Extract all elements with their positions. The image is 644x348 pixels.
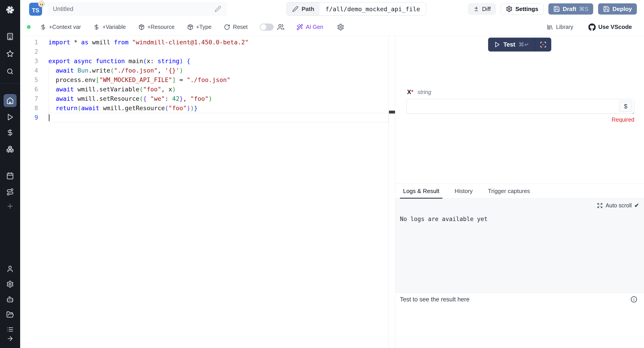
draft-label: Draft	[563, 6, 576, 12]
diff-button[interactable]: Diff	[468, 3, 496, 14]
code-token	[74, 67, 78, 74]
edit-pencil-icon[interactable]	[214, 6, 221, 12]
test-shortcut: ⌘↵	[518, 41, 529, 48]
sidebar-item-home[interactable]	[4, 94, 16, 107]
code-line[interactable]: return(await wmill.getResource("foo"))}	[48, 104, 388, 113]
type-label: +Type	[196, 24, 212, 30]
code-token: process.env	[48, 76, 96, 83]
code-line[interactable]: await wmill.setResource({ "we": 42}, "fo…	[48, 94, 388, 104]
test-button[interactable]: Test ⌘↵	[488, 38, 535, 52]
auto-scroll-toggle[interactable]: Auto scroll ✔	[597, 202, 639, 209]
sidebar-item-favorites[interactable]	[4, 47, 16, 60]
resize-handle-icon[interactable]	[631, 111, 634, 114]
code-token: await	[56, 86, 74, 93]
code-token	[128, 39, 132, 46]
code-token: "./foo.json"	[114, 67, 158, 74]
code-token: "./foo.json"	[187, 76, 230, 83]
code-token: wmill.setResource	[74, 95, 140, 102]
editor-content-edge	[388, 36, 389, 348]
list-icon	[6, 326, 14, 333]
code-token: (	[139, 95, 143, 102]
diff-label: Diff	[482, 6, 491, 12]
add-resource-button[interactable]: +Resource	[135, 22, 178, 32]
users-icon[interactable]	[277, 24, 284, 31]
library-icon	[546, 24, 553, 30]
windmill-logo-icon[interactable]	[4, 3, 16, 16]
code-token: "foo"	[168, 104, 186, 112]
sidebar-item-add[interactable]	[4, 200, 16, 213]
code-token: from	[114, 39, 128, 46]
code-token: )	[208, 95, 212, 102]
code-content[interactable]: import * as wmill from "windmill-client@…	[48, 38, 388, 122]
code-token	[48, 67, 56, 74]
sidebar-item-folders[interactable]	[4, 308, 16, 321]
sidebar-item-user[interactable]	[4, 262, 16, 276]
tab-trigger-captures[interactable]: Trigger captures	[485, 184, 533, 198]
github-icon	[588, 24, 596, 31]
argument-input[interactable]: $	[406, 99, 634, 114]
add-context-var-button[interactable]: +Context var	[37, 22, 84, 32]
editor-settings-button[interactable]	[334, 22, 347, 32]
code-line[interactable]: export async function main(x: string) {	[48, 56, 388, 66]
no-logs-message: No logs are available yet	[400, 216, 488, 222]
sidebar-item-logs[interactable]	[4, 324, 16, 334]
tab-history[interactable]: History	[452, 184, 476, 198]
sidebar-item-workspace[interactable]	[4, 30, 16, 43]
use-vscode-button[interactable]: Use VScode	[585, 22, 635, 32]
path-field[interactable]: Path f/all/demo_mocked_api_file	[286, 2, 426, 16]
code-token: }	[194, 104, 198, 112]
code-token	[48, 104, 56, 112]
sidebar-item-runs[interactable]	[4, 111, 16, 124]
draft-shortcut: ⌘S	[579, 6, 588, 12]
code-token: ,	[158, 67, 165, 74]
check-icon: ✔	[634, 202, 639, 209]
script-title-field[interactable]: Untitled	[48, 2, 226, 16]
code-line[interactable]: import * as wmill from "windmill-client@…	[48, 38, 388, 47]
draft-button[interactable]: Draft ⌘S	[548, 3, 593, 14]
code-line[interactable]	[48, 113, 388, 122]
sidebar-expand-button[interactable]	[4, 334, 16, 343]
line-number: 6	[20, 85, 48, 94]
editor-overview-ruler[interactable]	[389, 36, 395, 348]
code-token: {	[187, 58, 190, 64]
ai-gen-button[interactable]: AI Gen	[293, 22, 326, 32]
capture-test-button[interactable]	[535, 38, 551, 52]
code-token: string	[158, 58, 180, 64]
sidebar-item-resources[interactable]	[4, 143, 16, 156]
add-variable-button[interactable]: +Variable	[90, 22, 129, 32]
sidebar-item-settings[interactable]	[4, 278, 16, 291]
line-number: 5	[20, 75, 48, 85]
reset-button[interactable]: Reset	[221, 22, 250, 32]
line-number: 3	[20, 56, 48, 66]
info-icon[interactable]	[630, 296, 637, 303]
code-line[interactable]: await wmill.setVariable("foo", x)	[48, 85, 388, 94]
code-token	[147, 95, 150, 102]
code-line[interactable]: await Bun.write("./foo.json", '{}')	[48, 66, 388, 75]
star-icon	[6, 50, 14, 58]
sidebar-item-variables[interactable]	[4, 126, 16, 139]
play-icon	[494, 42, 500, 48]
tab-logs-result[interactable]: Logs & Result	[400, 184, 442, 198]
variable-label: +Variable	[102, 24, 126, 30]
deploy-button[interactable]: Deploy	[598, 3, 637, 14]
code-editor[interactable]: 123456789 import * as wmill from "windmi…	[20, 36, 395, 348]
sidebar-item-triggers[interactable]	[4, 186, 16, 198]
user-icon	[6, 265, 14, 273]
library-button[interactable]: Library	[544, 22, 576, 32]
sidebar-item-search[interactable]	[4, 65, 16, 78]
sidebar-item-workers[interactable]	[4, 293, 16, 306]
pane-splitter[interactable]	[395, 36, 395, 348]
add-type-button[interactable]: +Type	[184, 22, 215, 32]
sidebar-item-schedules[interactable]	[4, 169, 16, 182]
code-token: function	[96, 58, 125, 64]
code-token: wmill.setVariable	[74, 86, 140, 93]
play-icon	[6, 113, 14, 121]
insert-variable-button[interactable]: $	[619, 101, 632, 112]
assistant-toggle[interactable]	[260, 24, 274, 31]
code-line[interactable]: process.env["WM_MOCKED_API_FILE"] = "./f…	[48, 75, 388, 85]
settings-button[interactable]: Settings	[501, 3, 544, 14]
code-line[interactable]	[48, 47, 388, 56]
calendar-icon	[6, 172, 14, 180]
language-status-dot	[27, 25, 31, 29]
script-title: Untitled	[53, 6, 214, 12]
